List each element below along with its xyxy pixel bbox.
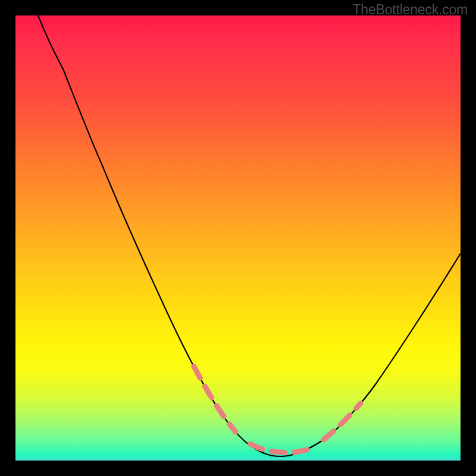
highlight-dash-left [194,367,236,432]
highlight-dash-right [324,403,361,440]
highlight-dashes [194,367,361,453]
chart-svg [15,15,461,461]
curve-line [38,15,461,456]
chart-frame [15,15,461,461]
